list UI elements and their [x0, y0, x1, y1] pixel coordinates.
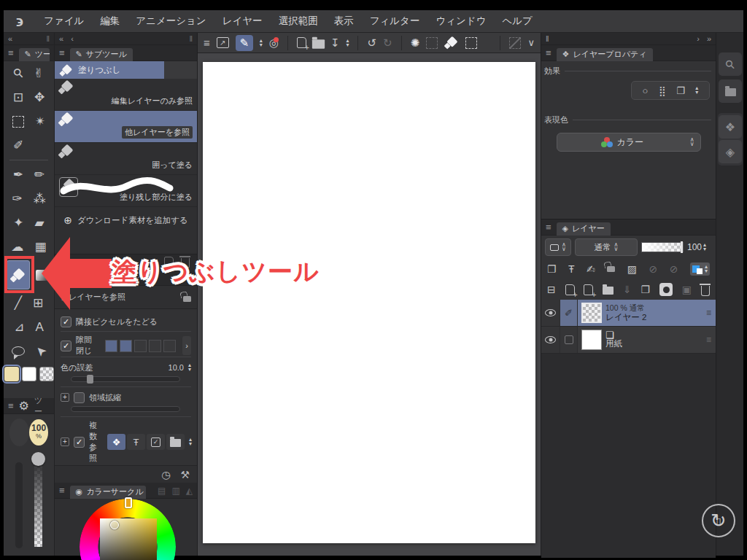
clip-at-layer-button[interactable]: ❐ [547, 263, 557, 275]
layers-panel-button[interactable]: ◈ [719, 140, 742, 163]
layer-color-button[interactable]: ▴▾ [690, 262, 710, 276]
border-effect-button[interactable]: ○ [643, 85, 649, 96]
subtool-item-refer-other-layers[interactable]: 他レイヤーを参照 [55, 111, 197, 143]
sv-picker[interactable] [110, 521, 119, 529]
apply-mask-button[interactable]: ▣ [682, 284, 692, 295]
color-set-tab-icon[interactable]: ▥ [171, 486, 179, 496]
effect-spinner[interactable]: ▴▾ [695, 86, 698, 95]
layer-drag-handle[interactable]: ≡ [706, 308, 711, 318]
toolbar-chevron-down-icon[interactable]: ∨ [527, 37, 535, 48]
grip-icon[interactable]: ‖ [46, 34, 50, 43]
lock-transparent-button[interactable]: ▨ [627, 263, 637, 275]
material-panel-button[interactable] [719, 79, 742, 103]
hue-marker[interactable] [125, 497, 132, 508]
panel-menu-icon[interactable]: ≡ [546, 222, 551, 233]
panel-menu-icon[interactable]: ≡ [8, 400, 14, 411]
tolerance-slider-knob[interactable] [87, 375, 93, 384]
layer-thumbnail[interactable] [581, 330, 602, 350]
multi-refer-checkbox[interactable]: ✓ [74, 437, 85, 448]
create-mask-button[interactable] [659, 283, 673, 296]
menu-edit[interactable]: 編集 [92, 15, 128, 28]
figure-tool[interactable]: ╱ [15, 295, 22, 311]
merge-down-button[interactable]: ❐ [641, 284, 651, 295]
cancel-selection-button[interactable] [509, 37, 521, 49]
eyedropper-tool[interactable]: ✐ [13, 138, 23, 153]
expand-icon[interactable]: + [61, 393, 69, 402]
tolerance-slider[interactable] [71, 376, 180, 382]
fill-selection-button[interactable] [445, 37, 458, 48]
draft-layer-button[interactable]: ✍ [587, 263, 595, 275]
refer-selected-button[interactable]: ✓ [147, 434, 165, 450]
marquee-tool[interactable] [12, 116, 24, 128]
undo-button[interactable]: ↺ [367, 36, 376, 50]
tab-tool[interactable]: ✎ ツー [19, 48, 50, 61]
save-spinner[interactable]: ▴▾ [346, 39, 349, 47]
layer-checkbox[interactable] [560, 327, 578, 353]
chevron-left-icon[interactable]: ‹ [71, 34, 74, 43]
collapse-left-icon[interactable]: « [59, 34, 63, 43]
menu-view[interactable]: 表示 [326, 15, 362, 28]
pencil-tool[interactable]: ✏ [34, 167, 44, 182]
auto-select-tool[interactable]: ✴ [35, 114, 45, 129]
layer-opacity-slider[interactable] [641, 242, 684, 252]
main-color-swatch[interactable] [4, 367, 19, 381]
correct-line-tool[interactable]: ⊿ [14, 319, 24, 335]
enable-ruler-button[interactable]: Ŧ [568, 263, 575, 275]
subtool-group-fill[interactable]: 塗りつぶし [55, 61, 164, 79]
eraser-tool[interactable]: ▰ [35, 215, 44, 230]
opacity-badge[interactable]: 100 % [29, 419, 48, 446]
clip-studio-button[interactable]: ◎ [269, 36, 279, 50]
layer-row-paper[interactable]: ❏ 用紙 ≡ [541, 327, 716, 354]
enable-mask-button[interactable]: ⊘ [649, 263, 658, 275]
layer-opacity-spinner[interactable]: ▴▾ [703, 243, 706, 252]
decoration-tool[interactable]: ✦ [13, 215, 23, 230]
brush-size-slider[interactable] [15, 462, 23, 548]
zoom-tool[interactable]: ⚲ [9, 65, 27, 82]
rotate-canvas-button[interactable]: ↻ ▯ [702, 504, 735, 537]
redo-button[interactable]: ↻ [383, 36, 392, 50]
wrench-icon[interactable]: ⚒ [180, 469, 190, 481]
tab-color-circle[interactable]: ◉ カラーサークル [70, 486, 146, 499]
move-tool[interactable]: ✥ [34, 90, 44, 105]
lock-layer-button[interactable] [607, 266, 615, 272]
refer-folder-button[interactable] [166, 434, 185, 450]
layer-property-panel-button[interactable]: ❖ [719, 115, 742, 139]
gap-close-next-button[interactable]: › [182, 336, 191, 355]
open-file-button[interactable] [312, 39, 325, 49]
subtool-item-refer-editing-layer[interactable]: 編集レイヤーのみ参照 [55, 79, 197, 111]
menu-filter[interactable]: フィルター [362, 15, 428, 28]
panel-menu-icon[interactable]: ≡ [59, 485, 65, 496]
airbrush-tool[interactable]: ⁂ [34, 191, 46, 206]
approx-color-tab-icon[interactable]: ◭ [186, 486, 193, 496]
layer-opacity-knob[interactable] [681, 241, 683, 253]
menu-selection[interactable]: 選択範囲 [271, 15, 326, 28]
layer-visibility-toggle[interactable] [541, 300, 560, 326]
brush-tool[interactable]: ✑ [12, 191, 22, 206]
color-slider-tab-icon[interactable]: ▤ [158, 486, 166, 496]
deselect-button[interactable] [426, 37, 438, 49]
collapse-right-icon[interactable]: » [707, 34, 711, 43]
text-tool[interactable]: A [35, 320, 43, 335]
layer-name[interactable]: 用紙 [605, 339, 706, 349]
layer-list-button[interactable]: ⊟ [547, 284, 556, 295]
hand-tool[interactable]: ✌ [34, 66, 44, 81]
transform-button[interactable] [465, 37, 477, 49]
new-layer-dialog-button[interactable] [584, 284, 593, 295]
gap-close-checkbox[interactable]: ✓ [61, 341, 71, 351]
menu-layer[interactable]: レイヤー [214, 15, 271, 28]
menu-window[interactable]: ウィンドウ [427, 15, 494, 28]
canvas-page[interactable] [203, 62, 535, 543]
adjacent-pixels-checkbox[interactable]: ✓ [61, 316, 71, 327]
saturation-value-square[interactable] [100, 518, 157, 560]
panel-menu-icon[interactable]: ≡ [8, 47, 14, 58]
layer-row-layer2[interactable]: ✐ 100 % 通常 レイヤー 2 ≡ [541, 300, 716, 327]
tab-subtool[interactable]: ✎ サブツール [70, 48, 133, 61]
edit-mode-button[interactable]: ✎ [236, 35, 253, 51]
save-button[interactable]: ↧ [330, 36, 340, 50]
layer-drag-handle[interactable]: ≡ [706, 335, 711, 345]
panel-menu-icon[interactable]: ≡ [59, 47, 65, 58]
layer-thumbnail[interactable] [581, 303, 602, 323]
layer-name[interactable]: レイヤー 2 [605, 313, 706, 322]
sub-color-swatch[interactable] [22, 367, 36, 381]
grip-icon[interactable]: ‖ [189, 34, 193, 43]
